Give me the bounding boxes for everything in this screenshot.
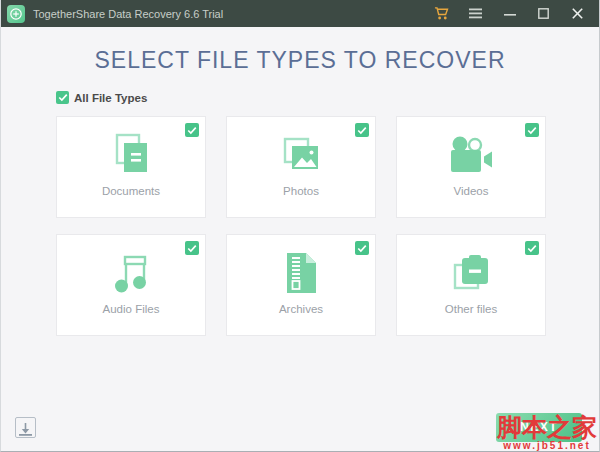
shopping-cart-icon[interactable]: [434, 6, 449, 22]
videos-icon: [446, 131, 496, 179]
checkbox-checked-icon[interactable]: [56, 91, 69, 104]
page-title: SELECT FILE TYPES TO RECOVER: [1, 47, 599, 74]
select-all-label: All File Types: [74, 92, 147, 104]
checkbox-checked-icon[interactable]: [355, 241, 369, 255]
card-label: Videos: [454, 185, 489, 197]
archives-icon: [280, 249, 322, 297]
checkbox-checked-icon[interactable]: [355, 123, 369, 137]
checkbox-checked-icon[interactable]: [185, 123, 199, 137]
hamburger-menu-icon[interactable]: [468, 6, 483, 22]
select-all-checkbox[interactable]: All File Types: [56, 91, 599, 104]
card-archives[interactable]: Archives: [226, 234, 376, 336]
checkbox-checked-icon[interactable]: [525, 123, 539, 137]
card-label: Archives: [279, 303, 323, 315]
card-videos[interactable]: Videos: [396, 116, 546, 218]
titlebar: TogetherShare Data Recovery 6.6 Trial: [1, 0, 599, 27]
maximize-icon[interactable]: [536, 6, 551, 22]
minimize-icon[interactable]: [502, 6, 517, 22]
photos-icon: [278, 131, 324, 179]
download-tray-icon[interactable]: [15, 417, 36, 438]
audio-files-icon: [108, 249, 154, 297]
footer-bar: NEXT: [1, 403, 599, 451]
card-photos[interactable]: Photos: [226, 116, 376, 218]
card-documents[interactable]: Documents: [56, 116, 206, 218]
card-label: Photos: [283, 185, 319, 197]
file-type-grid: Documents Photos: [56, 116, 544, 336]
close-icon[interactable]: [570, 6, 585, 22]
card-other-files[interactable]: Other files: [396, 234, 546, 336]
next-button[interactable]: NEXT: [496, 413, 582, 442]
card-label: Audio Files: [103, 303, 160, 315]
window-title: TogetherShare Data Recovery 6.6 Trial: [33, 8, 223, 20]
checkbox-checked-icon[interactable]: [525, 241, 539, 255]
documents-icon: [108, 131, 154, 179]
app-window: TogetherShare Data Recovery 6.6 Trial: [0, 0, 600, 452]
card-label: Other files: [445, 303, 497, 315]
checkbox-checked-icon[interactable]: [185, 241, 199, 255]
other-files-icon: [448, 249, 494, 297]
card-label: Documents: [102, 185, 160, 197]
card-audio-files[interactable]: Audio Files: [56, 234, 206, 336]
app-logo-icon: [7, 5, 25, 23]
